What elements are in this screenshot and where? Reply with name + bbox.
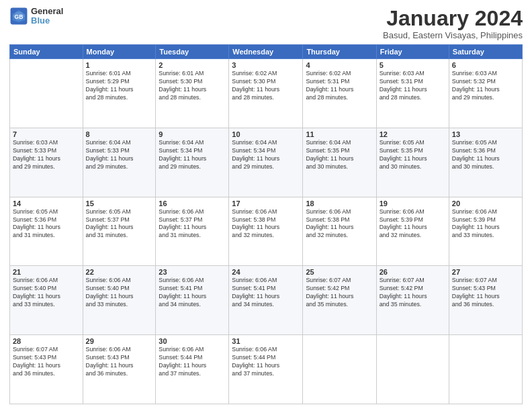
- day-number: 16: [159, 199, 226, 208]
- calendar-cell: 26Sunrise: 6:07 AM Sunset: 5:42 PM Dayli…: [376, 266, 449, 335]
- day-info: Sunrise: 6:04 AM Sunset: 5:35 PM Dayligh…: [306, 139, 373, 171]
- day-info: Sunrise: 6:06 AM Sunset: 5:44 PM Dayligh…: [159, 346, 226, 378]
- day-number: 23: [159, 268, 226, 276]
- day-number: 25: [306, 268, 373, 276]
- day-info: Sunrise: 6:05 AM Sunset: 5:37 PM Dayligh…: [86, 208, 153, 240]
- day-number: 6: [452, 61, 519, 69]
- day-number: 26: [380, 268, 446, 276]
- calendar-cell: 5Sunrise: 6:03 AM Sunset: 5:31 PM Daylig…: [376, 59, 449, 128]
- day-info: Sunrise: 6:03 AM Sunset: 5:33 PM Dayligh…: [13, 139, 80, 171]
- day-number: 24: [232, 268, 300, 276]
- day-info: Sunrise: 6:07 AM Sunset: 5:42 PM Dayligh…: [306, 277, 373, 309]
- svg-text:GB: GB: [15, 13, 24, 20]
- calendar: Sunday Monday Tuesday Wednesday Thursday…: [9, 44, 523, 404]
- day-number: 7: [13, 130, 80, 138]
- day-info: Sunrise: 6:06 AM Sunset: 5:38 PM Dayligh…: [232, 208, 300, 240]
- day-info: Sunrise: 6:06 AM Sunset: 5:43 PM Dayligh…: [86, 346, 153, 378]
- day-info: Sunrise: 6:06 AM Sunset: 5:41 PM Dayligh…: [159, 277, 226, 309]
- day-number: 1: [86, 61, 153, 69]
- calendar-cell: 18Sunrise: 6:06 AM Sunset: 5:38 PM Dayli…: [303, 197, 376, 266]
- calendar-cell: 21Sunrise: 6:06 AM Sunset: 5:40 PM Dayli…: [10, 266, 83, 335]
- day-number: 21: [13, 268, 80, 276]
- col-tuesday: Tuesday: [156, 45, 229, 59]
- week-row-1: 1Sunrise: 6:01 AM Sunset: 5:29 PM Daylig…: [10, 59, 523, 128]
- week-row-5: 28Sunrise: 6:07 AM Sunset: 5:43 PM Dayli…: [10, 335, 523, 404]
- day-number: 30: [159, 337, 226, 345]
- day-number: 12: [380, 130, 446, 138]
- day-number: 9: [159, 130, 226, 138]
- logo-icon: GB: [9, 7, 28, 26]
- day-info: Sunrise: 6:06 AM Sunset: 5:38 PM Dayligh…: [306, 208, 373, 240]
- calendar-cell: 28Sunrise: 6:07 AM Sunset: 5:43 PM Dayli…: [10, 335, 83, 404]
- day-info: Sunrise: 6:06 AM Sunset: 5:41 PM Dayligh…: [232, 277, 300, 309]
- calendar-cell: 7Sunrise: 6:03 AM Sunset: 5:33 PM Daylig…: [10, 128, 83, 197]
- week-row-2: 7Sunrise: 6:03 AM Sunset: 5:33 PM Daylig…: [10, 128, 523, 197]
- week-row-4: 21Sunrise: 6:06 AM Sunset: 5:40 PM Dayli…: [10, 266, 523, 335]
- day-info: Sunrise: 6:01 AM Sunset: 5:29 PM Dayligh…: [86, 70, 153, 102]
- day-number: 27: [452, 268, 519, 276]
- day-number: 8: [86, 130, 153, 138]
- col-thursday: Thursday: [303, 45, 376, 59]
- day-number: 15: [86, 199, 153, 208]
- location-subtitle: Basud, Eastern Visayas, Philippines: [383, 30, 523, 40]
- day-info: Sunrise: 6:02 AM Sunset: 5:31 PM Dayligh…: [306, 70, 373, 102]
- day-number: 29: [86, 337, 153, 345]
- day-info: Sunrise: 6:06 AM Sunset: 5:44 PM Dayligh…: [232, 346, 300, 378]
- day-info: Sunrise: 6:07 AM Sunset: 5:43 PM Dayligh…: [452, 277, 519, 309]
- col-wednesday: Wednesday: [229, 45, 303, 59]
- day-info: Sunrise: 6:05 AM Sunset: 5:36 PM Dayligh…: [452, 139, 519, 171]
- day-number: 13: [452, 130, 519, 138]
- day-number: 10: [232, 130, 300, 138]
- calendar-cell: [449, 335, 522, 404]
- calendar-cell: 6Sunrise: 6:03 AM Sunset: 5:32 PM Daylig…: [449, 59, 522, 128]
- day-info: Sunrise: 6:06 AM Sunset: 5:39 PM Dayligh…: [380, 208, 446, 240]
- calendar-cell: 30Sunrise: 6:06 AM Sunset: 5:44 PM Dayli…: [156, 335, 229, 404]
- calendar-cell: 12Sunrise: 6:05 AM Sunset: 5:35 PM Dayli…: [376, 128, 449, 197]
- day-number: 2: [159, 61, 226, 69]
- calendar-cell: 9Sunrise: 6:04 AM Sunset: 5:34 PM Daylig…: [156, 128, 229, 197]
- day-info: Sunrise: 6:05 AM Sunset: 5:35 PM Dayligh…: [380, 139, 446, 171]
- day-number: 11: [306, 130, 373, 138]
- calendar-cell: 11Sunrise: 6:04 AM Sunset: 5:35 PM Dayli…: [303, 128, 376, 197]
- day-number: 18: [306, 199, 373, 208]
- calendar-cell: 16Sunrise: 6:06 AM Sunset: 5:37 PM Dayli…: [156, 197, 229, 266]
- col-monday: Monday: [83, 45, 156, 59]
- day-info: Sunrise: 6:04 AM Sunset: 5:34 PM Dayligh…: [232, 139, 300, 171]
- calendar-cell: 13Sunrise: 6:05 AM Sunset: 5:36 PM Dayli…: [449, 128, 522, 197]
- calendar-cell: 19Sunrise: 6:06 AM Sunset: 5:39 PM Dayli…: [376, 197, 449, 266]
- title-block: January 2024 Basud, Eastern Visayas, Phi…: [383, 7, 523, 40]
- calendar-cell: 17Sunrise: 6:06 AM Sunset: 5:38 PM Dayli…: [229, 197, 303, 266]
- calendar-cell: [376, 335, 449, 404]
- calendar-cell: [10, 59, 83, 128]
- day-info: Sunrise: 6:07 AM Sunset: 5:42 PM Dayligh…: [380, 277, 446, 309]
- day-info: Sunrise: 6:06 AM Sunset: 5:39 PM Dayligh…: [452, 208, 519, 240]
- calendar-cell: 10Sunrise: 6:04 AM Sunset: 5:34 PM Dayli…: [229, 128, 303, 197]
- day-number: 3: [232, 61, 300, 69]
- day-info: Sunrise: 6:04 AM Sunset: 5:34 PM Dayligh…: [159, 139, 226, 171]
- day-info: Sunrise: 6:07 AM Sunset: 5:43 PM Dayligh…: [13, 346, 80, 378]
- day-info: Sunrise: 6:04 AM Sunset: 5:33 PM Dayligh…: [86, 139, 153, 171]
- logo: GB General Blue: [9, 7, 63, 26]
- day-number: 20: [452, 199, 519, 208]
- calendar-cell: 1Sunrise: 6:01 AM Sunset: 5:29 PM Daylig…: [83, 59, 156, 128]
- col-friday: Friday: [376, 45, 449, 59]
- day-info: Sunrise: 6:06 AM Sunset: 5:40 PM Dayligh…: [13, 277, 80, 309]
- calendar-cell: 27Sunrise: 6:07 AM Sunset: 5:43 PM Dayli…: [449, 266, 522, 335]
- header: GB General Blue January 2024 Basud, East…: [9, 7, 523, 40]
- day-number: 14: [13, 199, 80, 208]
- day-number: 19: [380, 199, 446, 208]
- day-number: 17: [232, 199, 300, 208]
- calendar-cell: [303, 335, 376, 404]
- calendar-cell: 2Sunrise: 6:01 AM Sunset: 5:30 PM Daylig…: [156, 59, 229, 128]
- calendar-cell: 22Sunrise: 6:06 AM Sunset: 5:40 PM Dayli…: [83, 266, 156, 335]
- day-number: 28: [13, 337, 80, 345]
- week-row-3: 14Sunrise: 6:05 AM Sunset: 5:36 PM Dayli…: [10, 197, 523, 266]
- calendar-cell: 4Sunrise: 6:02 AM Sunset: 5:31 PM Daylig…: [303, 59, 376, 128]
- calendar-cell: 31Sunrise: 6:06 AM Sunset: 5:44 PM Dayli…: [229, 335, 303, 404]
- calendar-cell: 24Sunrise: 6:06 AM Sunset: 5:41 PM Dayli…: [229, 266, 303, 335]
- calendar-header-row: Sunday Monday Tuesday Wednesday Thursday…: [10, 45, 523, 59]
- col-sunday: Sunday: [10, 45, 83, 59]
- day-info: Sunrise: 6:03 AM Sunset: 5:31 PM Dayligh…: [380, 70, 446, 102]
- calendar-cell: 15Sunrise: 6:05 AM Sunset: 5:37 PM Dayli…: [83, 197, 156, 266]
- calendar-cell: 29Sunrise: 6:06 AM Sunset: 5:43 PM Dayli…: [83, 335, 156, 404]
